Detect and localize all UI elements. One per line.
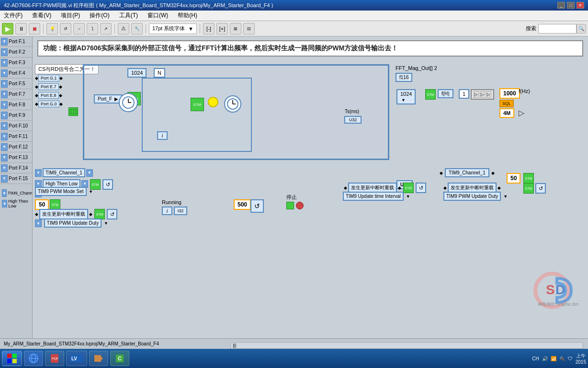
step-over-button[interactable]: ⤵ [87,23,98,34]
tim9-pwm-mode-block[interactable]: TIM9 PWM Mode Set [35,187,87,196]
port-f2-dropdown[interactable]: ▼ [1,48,8,56]
tim9-ch1-left-dropdown[interactable]: ▼ [35,169,42,177]
port-f2-label: Port F.2 [9,49,25,55]
clock-display[interactable]: 上午 2015 [576,353,586,365]
snap-button[interactable]: ⊟ [243,23,255,34]
menu-help[interactable]: 帮助(H) [176,11,199,21]
taskbar-pdf-button[interactable]: PDF [45,351,64,366]
n1024-right-block[interactable]: 1024 ▼ [396,89,416,104]
port-f5-item[interactable]: ▼ Port F.5 [0,79,32,89]
font-dropdown[interactable]: 17pt 系统字体 ▼ [149,23,197,34]
port-f1-dropdown[interactable]: ▼ [1,38,8,46]
port-f8-item[interactable]: ▼ Port F.8 [0,100,32,110]
clean-button[interactable]: 🔧 [131,23,143,34]
menu-window[interactable]: 窗口(W) [146,11,170,21]
scroll-bar[interactable]: ||| [230,342,583,349]
warn-button[interactable]: ⚠ [118,23,129,34]
step-out-button[interactable]: ↗ [100,23,112,34]
taskbar-c-button[interactable]: C [110,351,129,366]
menu-file[interactable]: 文件(F) [2,11,24,21]
val-500-block[interactable]: 500 [234,199,251,210]
arrange-button[interactable]: ⊞ [230,23,241,34]
close-button[interactable]: ✕ [577,2,584,9]
retain-button[interactable]: ↺ [60,23,71,34]
zoom-out-button[interactable]: [-] [203,23,215,34]
tim9-pwm-duty-left-block[interactable]: TIM9 PWM Update Duty [44,218,102,228]
abort-button[interactable]: ⏹ [29,23,40,34]
port-f11-dropdown[interactable]: ▼ [1,133,8,140]
port-f7-item[interactable]: ▼ Port F.7 [0,89,32,100]
ts-value-block[interactable]: U32 [344,116,362,124]
step-into-button[interactable]: → [73,23,85,34]
port-f8-dropdown[interactable]: ▼ [1,101,8,109]
n-block[interactable]: N [154,68,165,78]
maximize-button[interactable]: □ [567,2,575,9]
val-50-right-block[interactable]: 50 [507,173,520,184]
one-block[interactable]: 1 [459,89,469,99]
port-f13-dropdown[interactable]: ▼ [1,154,8,161]
minimize-button[interactable]: _ [557,2,565,9]
port-f15-dropdown[interactable]: ▼ [1,175,8,183]
port-f15-item[interactable]: ▼ Port F.15 [0,173,32,184]
taskbar-video-button[interactable] [89,351,108,366]
port-f3-item[interactable]: ▼ Port F.3 [0,58,32,68]
port-f12-item[interactable]: ▼ Port F.12 [0,142,32,152]
menu-tools[interactable]: 工具(T) [117,11,140,21]
search-button[interactable]: 🔍 [577,24,586,34]
port-f13-item[interactable]: ▼ Port F.13 [0,152,32,163]
port-f5-dropdown[interactable]: ▼ [1,80,8,88]
val-50-left-block[interactable]: 50 [35,199,49,210]
port-g1-block[interactable]: Port G.1 [38,75,59,81]
port-f2-item[interactable]: ▼ Port F.2 [0,47,32,58]
port-e8-block[interactable]: Port E.8 [38,92,59,99]
menu-project[interactable]: 项目(P) [59,11,82,21]
zoom-in-button[interactable]: [+] [216,23,228,34]
svg-text:PDF: PDF [52,357,58,360]
f116-block[interactable]: f116 [396,73,412,82]
port-f9-item[interactable]: ▼ Port F.9 [0,110,32,121]
tim9-ch1-left-block[interactable]: TIM9_Channel_1 [43,168,85,177]
n1024-block[interactable]: 1024 [127,68,147,78]
port-f10-dropdown[interactable]: ▼ [1,122,8,130]
highlight-button[interactable]: 💡 [46,23,58,34]
tim9-update-time-block[interactable]: TIM9 Update time Interval [343,192,404,201]
port-f4-dropdown[interactable]: ▼ [1,69,8,77]
tim9-channel-item[interactable]: ▼ TIM9_Channel_1 [0,188,32,198]
port-f3-dropdown[interactable]: ▼ [1,59,8,67]
update-interrupt-left-block[interactable]: 发生更新中断时重载 [39,209,88,219]
start-button[interactable] [2,351,22,366]
port-f-block[interactable]: Port_F ▶ [94,94,122,104]
taskbar-lv-button[interactable]: LV [66,351,87,366]
port-f14-dropdown[interactable]: ▼ [1,164,8,172]
port-f4-item[interactable]: ▼ Port F.4 [0,68,32,79]
port-f11-item[interactable]: ▼ Port F.11 [0,131,32,142]
port-e7-block[interactable]: Port E.7 [38,83,59,90]
high-then-low-dropdown[interactable]: ▼ [2,200,7,207]
port-f10-item[interactable]: ▼ Port F.10 [0,121,32,131]
run-button[interactable]: ▶ [2,23,13,34]
high-then-low-item[interactable]: ▼ High Then Low [0,198,32,209]
menu-view[interactable]: 查看(V) [30,11,53,21]
tim9-channel-dropdown[interactable]: ▼ [2,189,7,197]
pause-button[interactable]: ⏸ [15,23,27,34]
separator-1 [43,24,44,34]
port-f1-item[interactable]: ▼ Port F.1 [0,36,32,47]
taskbar-ie-button[interactable] [24,351,43,366]
port-g0-block[interactable]: Port G.0 [38,101,59,107]
tim9-ch1-right-block[interactable]: TIM9_Channel_1 [445,168,489,177]
svg-rect-16 [7,359,11,363]
port-f14-item[interactable]: ▼ Port F.14 [0,163,32,173]
tim9-pwm-duty-right-block[interactable]: TIM9 PWM Update Duty [443,192,501,201]
port-f7-dropdown[interactable]: ▼ [1,91,8,98]
tim9-pwm-duty-left-dropdown[interactable]: ▼ [35,219,42,227]
port-f9-dropdown[interactable]: ▼ [1,112,8,119]
tim9-ch1-left-end[interactable]: ▼ [86,169,93,177]
port-f8-label: Port F.8 [9,102,25,107]
menu-operate[interactable]: 操作(O) [88,11,111,21]
search-input[interactable] [538,24,577,34]
val-1000-block[interactable]: 1000 [499,88,520,99]
fh-block[interactable]: f(H) [438,89,453,98]
port-f12-dropdown[interactable]: ▼ [1,143,8,151]
val-4m-block[interactable]: 4M [499,108,514,118]
sql-block[interactable]: SQL [499,100,514,107]
